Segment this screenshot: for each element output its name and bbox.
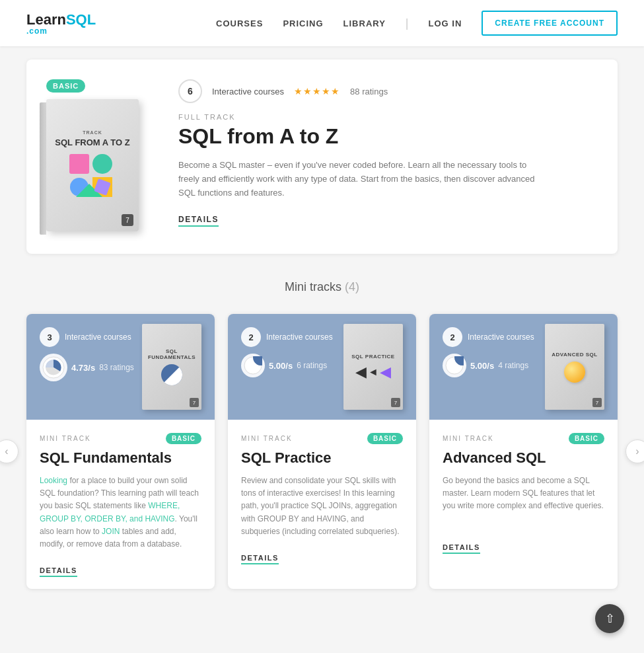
interactive-courses-label: Interactive courses	[212, 87, 284, 96]
mini-book-shapes-1	[161, 364, 182, 385]
mini-rating-val-1: 4.73/s	[71, 363, 95, 373]
mini-rating-circle-1	[40, 354, 67, 381]
mini-chart-icon-2	[244, 356, 262, 375]
mini-ratings-count-3: 4 ratings	[498, 361, 528, 370]
section-title: Mini tracks (4)	[26, 280, 618, 294]
mini-interactive-label-1: Interactive courses	[65, 332, 131, 342]
coin-icon-3	[564, 362, 585, 383]
book-title-label: SQL FROM A TO Z	[55, 137, 129, 148]
mini-interactive-label-3: Interactive courses	[468, 332, 534, 342]
mini-badge-3: BASIC	[569, 433, 604, 444]
track-description: Become a SQL master – even if you've nev…	[178, 159, 535, 200]
prev-arrow-button[interactable]: ‹	[0, 440, 18, 463]
track-type-label: FULL TRACK	[178, 113, 598, 121]
mini-book-num-1: 7	[190, 398, 199, 407]
mini-card-sql-practice: 2 Interactive courses 5.	[228, 314, 416, 589]
mini-card-advanced-sql: 2 Interactive courses 5.	[429, 314, 618, 589]
book-cover: TRACK SQL FROM A TO Z 7	[46, 99, 139, 231]
book-3d-container: TRACK SQL FROM A TO Z 7	[46, 99, 139, 231]
mini-details-link-2[interactable]: DETAILS	[241, 554, 279, 564]
mini-track-label-2: MINI TRACK BASIC	[241, 433, 403, 444]
nav-courses[interactable]: COURSES	[216, 19, 263, 28]
mini-badge-2: BASIC	[367, 433, 403, 444]
mini-card-sql-fundamentals: 3 Interactive courses	[26, 314, 215, 589]
mini-track-label-3: MINI TRACK BASIC	[443, 433, 604, 444]
mini-book-1: SQL FUNDAMENTALS 7	[142, 324, 201, 410]
mini-book-num-2: 7	[391, 398, 400, 407]
track-title: SQL from A to Z	[178, 124, 598, 149]
basic-badge: BASIC	[46, 79, 85, 93]
mini-interactive-label-2: Interactive courses	[266, 332, 333, 342]
book-spine	[40, 102, 46, 235]
rating-stars: ★★★★★	[294, 86, 340, 96]
mini-book-icon-1	[161, 364, 182, 385]
mini-card-header-1: 3 Interactive courses	[26, 314, 215, 420]
mini-title-3: Advanced SQL	[443, 449, 604, 467]
mini-book-title-3: ADVANCED SQL	[552, 352, 597, 358]
navigation: COURSES PRICING LIBRARY | LOG IN CREATE …	[216, 11, 618, 36]
mini-book-2: SQL PRACTICE ◀ ◄ ▶ 7	[343, 324, 403, 410]
mini-rating-val-2: 5.00/s	[269, 361, 293, 371]
book-subtitle: TRACK	[83, 130, 102, 135]
mini-card-header-3: 2 Interactive courses 5.	[429, 314, 618, 420]
book-shapes-svg	[69, 154, 116, 200]
mini-tracks-wrapper: ‹ 3 Interactive courses	[26, 314, 618, 589]
mini-ratings-count-2: 6 ratings	[297, 361, 327, 370]
mini-course-count-3: 2	[443, 327, 462, 347]
mini-book-title-2: SQL PRACTICE	[351, 354, 394, 360]
ratings-count: 88 ratings	[350, 87, 388, 96]
track-info: 6 Interactive courses ★★★★★ 88 ratings F…	[178, 79, 598, 225]
mini-chart-icon-1	[42, 356, 65, 379]
header: LearnSQL .com COURSES PRICING LIBRARY | …	[0, 0, 644, 46]
mini-book-3: ADVANCED SQL 7	[545, 324, 604, 410]
mini-count: (4)	[345, 280, 359, 293]
next-arrow-button[interactable]: ›	[626, 440, 644, 463]
svg-rect-0	[69, 154, 89, 174]
mini-details-link-3[interactable]: DETAILS	[443, 543, 480, 554]
logo[interactable]: LearnSQL .com	[26, 11, 96, 36]
mini-card-header-2: 2 Interactive courses 5.	[228, 314, 416, 420]
create-account-button[interactable]: CREATE FREE ACCOUNT	[482, 11, 618, 36]
logo-bottom-text: .com	[26, 26, 96, 36]
mini-desc-3: Go beyond the basics and become a SQL ma…	[443, 475, 604, 527]
mini-book-title-1: SQL FUNDAMENTALS	[147, 348, 196, 360]
mini-desc-1: Looking for a place to build your own so…	[40, 475, 201, 551]
mini-ratings-count-1: 83 ratings	[99, 363, 134, 372]
nav-pricing[interactable]: PRICING	[283, 19, 323, 28]
svg-point-1	[92, 154, 112, 174]
track-meta: 6 Interactive courses ★★★★★ 88 ratings	[178, 79, 598, 103]
mini-card-body-2: MINI TRACK BASIC SQL Practice Review and…	[228, 420, 416, 589]
book-cover-content: TRACK SQL FROM A TO Z	[46, 99, 139, 231]
mini-card-body-1: MINI TRACK BASIC SQL Fundamentals Lookin…	[26, 420, 215, 589]
mini-rating-circle-2	[241, 354, 265, 377]
full-track-card: BASIC TRACK SQL FROM A TO Z	[26, 59, 618, 254]
mini-desc-2: Review and consolidate your SQL skills w…	[241, 475, 403, 538]
nav-library[interactable]: LIBRARY	[343, 19, 386, 28]
mini-title-2: SQL Practice	[241, 449, 403, 467]
course-count: 6	[178, 79, 202, 103]
mini-tracks-grid: 3 Interactive courses	[26, 314, 618, 589]
mini-tracks-section: Mini tracks (4) ‹ 3 Interactive courses	[26, 280, 618, 589]
mini-details-link-1[interactable]: DETAILS	[40, 566, 77, 577]
main-content: BASIC TRACK SQL FROM A TO Z	[0, 46, 644, 615]
mini-course-count-2: 2	[241, 327, 261, 347]
mini-title-1: SQL Fundamentals	[40, 449, 201, 467]
mini-book-num-3: 7	[592, 398, 602, 407]
mini-course-count-1: 3	[40, 327, 59, 347]
book-num: 7	[122, 214, 133, 226]
book-cover-section: BASIC TRACK SQL FROM A TO Z	[46, 79, 159, 234]
mini-badge-1: BASIC	[166, 433, 201, 444]
fish-icon-2: ◀ ◄ ▶	[355, 364, 391, 381]
nav-divider: |	[406, 17, 409, 30]
mini-rating-val-3: 5.00/s	[470, 361, 494, 371]
mini-card-body-3: MINI TRACK BASIC Advanced SQL Go beyond …	[429, 420, 618, 589]
nav-login[interactable]: LOG IN	[429, 19, 462, 28]
full-track-details-link[interactable]: DETAILS	[178, 215, 219, 227]
mini-track-label-1: MINI TRACK BASIC	[40, 433, 201, 444]
mini-rating-circle-3	[443, 354, 466, 377]
mini-chart-icon-3	[445, 356, 464, 375]
